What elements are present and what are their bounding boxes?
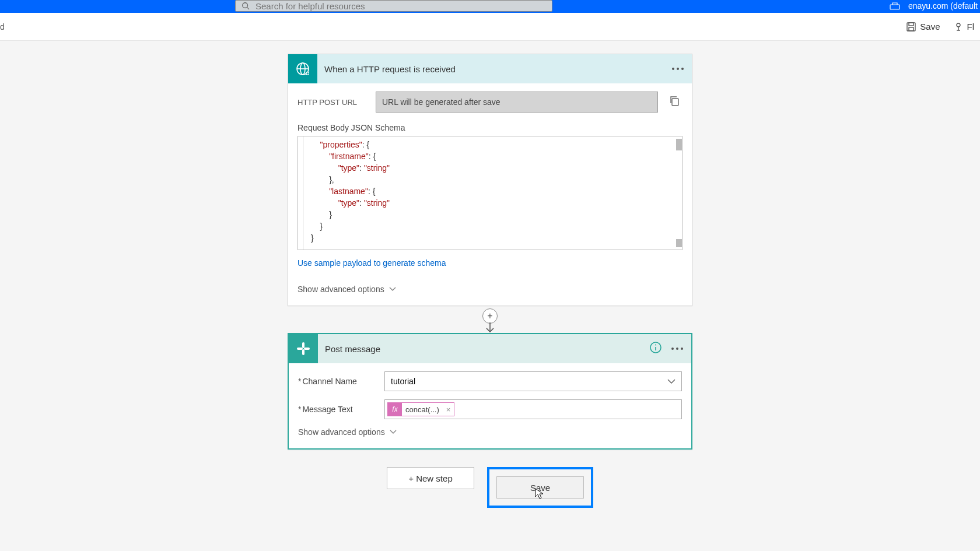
svg-rect-16 xyxy=(304,348,310,350)
svg-rect-15 xyxy=(297,348,303,350)
schema-textarea[interactable]: "properties": { "firstname": { "type": "… xyxy=(298,136,682,250)
expression-token[interactable]: fx concat(...) × xyxy=(387,402,454,416)
http-trigger-menu[interactable] xyxy=(672,68,692,70)
svg-rect-13 xyxy=(302,342,304,348)
arrow-down-icon xyxy=(485,322,495,333)
copy-url-button[interactable] xyxy=(666,93,682,111)
http-post-url-value: URL will be generated after save xyxy=(376,92,658,113)
show-advanced-post[interactable]: Show advanced options xyxy=(298,427,682,437)
search-box[interactable] xyxy=(235,0,552,12)
slack-icon xyxy=(289,334,318,363)
token-remove[interactable]: × xyxy=(443,405,454,414)
post-message-card: Post message *Channel Name tutorial *Mes… xyxy=(288,333,692,450)
svg-rect-3 xyxy=(907,23,915,31)
save-command[interactable]: Save xyxy=(906,22,940,32)
svg-rect-14 xyxy=(302,349,304,355)
top-bar: enayu.com (default xyxy=(0,0,980,13)
tenant-label: enayu.com (default xyxy=(890,0,980,12)
more-icon xyxy=(672,68,684,70)
http-post-url-label: HTTP POST URL xyxy=(298,98,368,107)
schema-label: Request Body JSON Schema xyxy=(298,123,682,132)
post-message-title: Post message xyxy=(318,344,649,354)
channel-name-select[interactable]: tutorial xyxy=(384,371,682,391)
message-text-input[interactable]: fx concat(...) × xyxy=(384,399,682,419)
svg-rect-2 xyxy=(890,5,900,9)
fx-icon: fx xyxy=(388,403,402,416)
flow-checker-command[interactable]: Fl xyxy=(953,22,975,32)
use-sample-payload-link[interactable]: Use sample payload to generate schema xyxy=(298,258,446,268)
new-step-button[interactable]: + New step xyxy=(387,467,474,489)
save-icon xyxy=(906,22,916,32)
info-button[interactable] xyxy=(649,341,662,356)
chevron-down-icon xyxy=(667,379,676,384)
http-trigger-header[interactable]: When a HTTP request is received xyxy=(288,54,692,83)
http-trigger-title: When a HTTP request is received xyxy=(317,64,672,74)
svg-rect-11 xyxy=(672,99,678,106)
flow-canvas: When a HTTP request is received HTTP POS… xyxy=(0,54,980,508)
add-step-inline[interactable]: + xyxy=(482,308,498,324)
http-trigger-card: When a HTTP request is received HTTP POS… xyxy=(288,54,692,306)
breadcrumb: d xyxy=(0,22,5,31)
search-input[interactable] xyxy=(256,1,546,11)
scrollbar-thumb[interactable] xyxy=(676,139,682,150)
svg-rect-5 xyxy=(909,27,914,31)
copy-icon xyxy=(668,95,680,107)
channel-name-label: *Channel Name xyxy=(298,377,384,386)
command-bar: d Save Fl xyxy=(0,13,980,41)
cursor-icon xyxy=(535,488,544,500)
search-icon xyxy=(242,2,250,10)
token-text: concat(...) xyxy=(402,405,443,414)
svg-point-6 xyxy=(957,23,960,27)
svg-point-19 xyxy=(655,345,656,346)
post-message-menu[interactable] xyxy=(671,348,691,350)
flow-connector: + xyxy=(288,306,692,333)
more-icon xyxy=(671,348,683,350)
http-icon xyxy=(288,54,317,83)
chevron-down-icon xyxy=(390,430,397,434)
post-message-header[interactable]: Post message xyxy=(289,334,691,363)
schema-code: "properties": { "firstname": { "type": "… xyxy=(303,139,677,244)
save-highlight: Save xyxy=(487,467,593,508)
svg-line-1 xyxy=(247,8,250,10)
chevron-down-icon xyxy=(389,287,396,292)
message-text-label: *Message Text xyxy=(298,405,384,414)
flow-checker-icon xyxy=(953,22,964,32)
svg-point-0 xyxy=(243,3,248,8)
scrollbar-thumb-bottom[interactable] xyxy=(676,239,682,247)
show-advanced-http[interactable]: Show advanced options xyxy=(298,285,682,294)
bottom-actions: + New step Save xyxy=(0,467,980,508)
info-icon xyxy=(649,341,662,354)
directory-icon xyxy=(890,2,900,10)
svg-rect-4 xyxy=(909,23,914,26)
